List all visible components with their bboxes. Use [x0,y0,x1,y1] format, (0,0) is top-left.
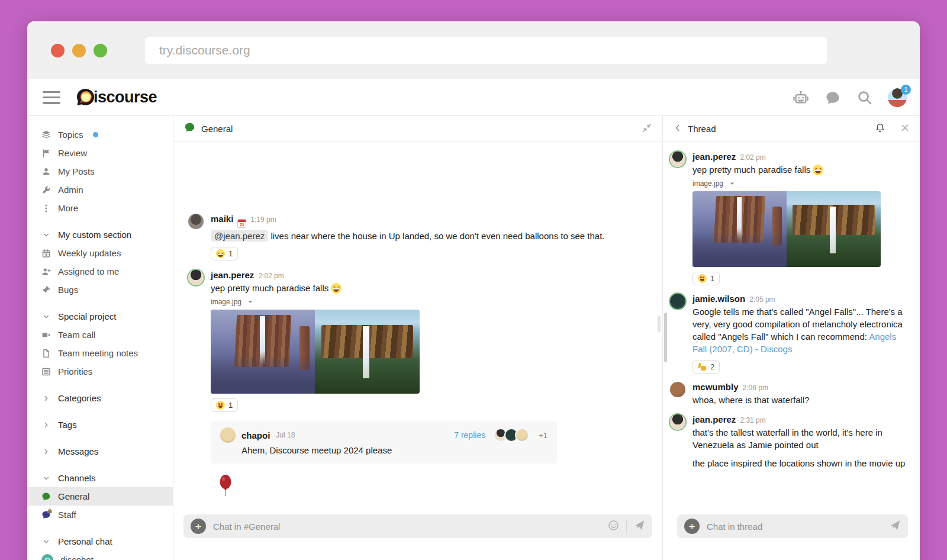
laugh-emoji [331,283,342,294]
composer-divider [626,520,627,533]
chevron-down-icon [41,230,51,240]
sidebar-section-channels[interactable]: Channels [27,469,173,487]
sidebar-item-team-call[interactable]: Team call [27,326,173,344]
collapse-panel-icon[interactable] [642,123,652,135]
attachment-image-1[interactable] [211,310,315,394]
reaction-heart-eyes[interactable]: 1 [211,398,238,412]
message-text: the place inspired the locations shown i… [692,457,911,469]
thread-scrollbar[interactable] [664,313,667,362]
robot-icon[interactable] [792,89,810,107]
hamburger-menu-icon[interactable] [43,91,60,104]
wrench-icon [41,185,51,195]
thread-date: Jul 18 [276,431,295,439]
channel-title: General [201,124,233,134]
reaction-thumbs-up[interactable]: 2 [692,360,720,374]
sidebar-section-my-custom-section[interactable]: My custom section [27,226,173,244]
sidebar-item-bugs[interactable]: Bugs [27,281,173,299]
attach-button[interactable]: + [191,519,206,534]
file-icon [41,349,51,358]
chat-message: jean.perez 2:02 pm yep pretty much parad… [670,152,911,285]
user-mention[interactable]: @jean.perez [211,230,268,242]
sidebar-item-more[interactable]: More [27,199,173,217]
thumbs-up-emoji [698,362,707,371]
close-window-button[interactable] [51,44,65,57]
attach-button[interactable]: + [684,519,700,534]
message-time: 2:31 pm [740,416,765,424]
send-icon[interactable] [634,520,645,533]
url-text: try.discourse.org [159,43,250,57]
channel-panel: General maiki 21 1:19 pm [173,116,663,560]
avatar-jamie-wilson[interactable] [670,294,685,309]
minimize-window-button[interactable] [72,44,86,57]
thread-composer: + [677,514,908,538]
chat-message: mcwumbly 2:06 pm whoa, where is that wat… [670,382,911,406]
heart-eyes-emoji [216,401,225,410]
avatar-jean-perez[interactable] [670,414,685,430]
sidebar-item-topics[interactable]: Topics [27,125,173,144]
maximize-window-button[interactable] [94,44,107,57]
attachment-toggle[interactable]: image.jpg [692,179,911,188]
chat-icon[interactable] [824,89,842,107]
sidebar-section-messages[interactable]: Messages [27,442,173,461]
sidebar: Topics Review My Posts Admin More M [27,116,173,560]
thread-summary-card[interactable]: chapoi Jul 18 7 replies +1 Ahem, [211,421,557,464]
main-scrollbar[interactable] [658,316,661,332]
message-author[interactable]: jamie.wilson [692,294,745,304]
thread-message-list[interactable]: jean.perez 2:02 pm yep pretty much parad… [663,142,920,514]
chat-message: jamie.wilson 2:05 pm Google tells me tha… [670,294,911,374]
sidebar-item-review[interactable]: Review [27,144,173,162]
user-avatar[interactable]: 1 [888,88,907,107]
flag-icon [41,149,51,158]
sidebar-item-discobot[interactable]: discobot [27,551,173,560]
avatar-jean-perez[interactable] [670,152,685,167]
reaction-laugh[interactable]: 1 [211,247,238,260]
back-icon[interactable] [674,124,682,134]
attachment-toggle[interactable]: image.jpg [211,298,648,306]
thread-message-input[interactable] [707,522,882,532]
sidebar-section-personal-chat[interactable]: Personal chat [27,532,173,551]
sidebar-item-admin[interactable]: Admin [27,181,173,199]
message-author[interactable]: mcwumbly [692,382,739,392]
sidebar-section-tags[interactable]: Tags [27,416,173,434]
gavel-icon [41,285,51,295]
sidebar-section-special-project[interactable]: Special project [27,307,173,326]
caret-down-icon [247,299,253,305]
avatar-mcwumbly[interactable] [670,382,685,397]
message-text: @jean.perez lives near where the house i… [211,230,648,242]
address-bar[interactable]: try.discourse.org [145,37,827,64]
close-icon[interactable] [901,124,909,134]
sidebar-item-channel-staff[interactable]: Staff [27,506,173,524]
thread-panel: Thread jean.perez 2:02 pm [663,116,920,560]
message-author[interactable]: jean.perez [211,270,254,280]
reaction-heart-eyes[interactable]: 1 [692,272,720,285]
avatar-maiki[interactable] [188,214,204,229]
channel-composer: + [183,514,652,538]
message-author[interactable]: jean.perez [692,414,736,424]
chat-message: jean.perez 2:02 pm yep pretty much parad… [188,270,648,501]
sidebar-item-my-posts[interactable]: My Posts [27,162,173,181]
sidebar-item-weekly-updates[interactable]: Weekly updates [27,244,173,262]
message-list[interactable]: maiki 21 1:19 pm @jean.perez lives near … [173,142,662,514]
sidebar-item-channel-general[interactable]: General [27,487,173,506]
attachment-image-2[interactable] [787,191,881,267]
bell-icon[interactable] [875,123,885,136]
attachment-image-1[interactable] [692,191,787,267]
browser-chrome: try.discourse.org [27,21,920,79]
search-icon[interactable] [856,89,874,107]
message-author[interactable]: maiki [211,214,233,224]
sidebar-item-team-meeting-notes[interactable]: Team meeting notes [27,344,173,362]
sidebar-item-assigned-to-me[interactable]: Assigned to me [27,262,173,281]
sidebar-item-priorities[interactable]: Priorities [27,362,173,381]
thread-author: chapoi [241,430,270,440]
message-author[interactable]: jean.perez [692,152,736,162]
message-text: Google tells me that's called "Angel Fal… [692,305,911,355]
unread-dot [93,132,98,137]
avatar-jean-perez[interactable] [188,270,204,285]
channel-message-input[interactable] [213,522,601,532]
emoji-picker-icon[interactable] [608,520,619,533]
send-icon[interactable] [890,520,901,533]
discourse-logo[interactable]: iscourse [76,88,157,107]
attachment-image-2[interactable] [315,310,420,394]
sidebar-section-categories[interactable]: Categories [27,389,173,407]
thread-replies-link[interactable]: 7 replies [454,430,485,440]
